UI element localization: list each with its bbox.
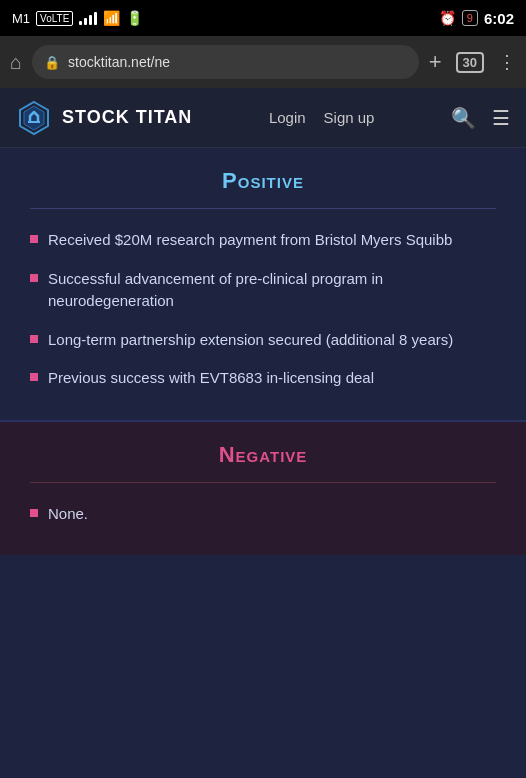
positive-bullet-list: Received $20M research payment from Bris… [30, 229, 496, 390]
alarm-icon: ⏰ [439, 10, 456, 26]
login-link[interactable]: Login [269, 109, 306, 126]
negative-divider [30, 482, 496, 483]
logo-text: STOCK TITAN [62, 107, 192, 128]
status-right: ⏰ 9 6:02 [439, 10, 514, 27]
tab-count-button[interactable]: 30 [456, 52, 484, 73]
new-tab-button[interactable]: + [429, 49, 442, 75]
nav-icon-area: 🔍 ☰ [451, 106, 510, 130]
list-item: Long-term partnership extension secured … [30, 329, 496, 352]
positive-divider [30, 208, 496, 209]
main-content: Positive Received $20M research payment … [0, 148, 526, 778]
browser-menu-button[interactable]: ⋮ [498, 51, 516, 73]
nav-links: Login Sign up [269, 109, 375, 126]
time-display: 6:02 [484, 10, 514, 27]
status-left: M1 VoLTE 📶 🔋 [12, 10, 143, 26]
menu-hamburger-icon[interactable]: ☰ [492, 106, 510, 130]
carrier-label: M1 [12, 11, 30, 26]
bullet-marker [30, 235, 38, 243]
battery-icon: 🔋 [126, 10, 143, 26]
list-item: None. [30, 503, 496, 526]
url-bar[interactable]: 🔒 stocktitan.net/ne [32, 45, 419, 79]
bullet-marker [30, 335, 38, 343]
bullet-text: None. [48, 503, 88, 526]
home-icon[interactable]: ⌂ [10, 51, 22, 74]
browser-chrome: ⌂ 🔒 stocktitan.net/ne + 30 ⋮ [0, 36, 526, 88]
browser-actions: + 30 ⋮ [429, 49, 516, 75]
signup-link[interactable]: Sign up [324, 109, 375, 126]
status-bar: M1 VoLTE 📶 🔋 ⏰ 9 6:02 [0, 0, 526, 36]
svg-marker-1 [24, 106, 44, 130]
bullet-text: Long-term partnership extension secured … [48, 329, 453, 352]
bullet-text: Previous success with EVT8683 in-licensi… [48, 367, 374, 390]
negative-section: Negative None. [0, 422, 526, 556]
positive-title: Positive [30, 168, 496, 194]
volte-badge: VoLTE [36, 11, 73, 26]
bullet-marker [30, 274, 38, 282]
list-item: Received $20M research payment from Bris… [30, 229, 496, 252]
wifi-icon: 📶 [103, 10, 120, 26]
negative-title: Negative [30, 442, 496, 468]
site-security-icon: 🔒 [44, 55, 60, 70]
search-icon[interactable]: 🔍 [451, 106, 476, 130]
bullet-text: Successful advancement of pre-clinical p… [48, 268, 496, 313]
bullet-marker [30, 509, 38, 517]
list-item: Previous success with EVT8683 in-licensi… [30, 367, 496, 390]
positive-section: Positive Received $20M research payment … [0, 148, 526, 422]
logo-area[interactable]: STOCK TITAN [16, 100, 192, 136]
negative-bullet-list: None. [30, 503, 496, 526]
bullet-text: Received $20M research payment from Bris… [48, 229, 452, 252]
navbar: STOCK TITAN Login Sign up 🔍 ☰ [0, 88, 526, 148]
url-text: stocktitan.net/ne [68, 54, 407, 70]
logo-icon [16, 100, 52, 136]
signal-icon [79, 11, 97, 25]
list-item: Successful advancement of pre-clinical p… [30, 268, 496, 313]
bullet-marker [30, 373, 38, 381]
battery-percent: 9 [462, 10, 478, 26]
